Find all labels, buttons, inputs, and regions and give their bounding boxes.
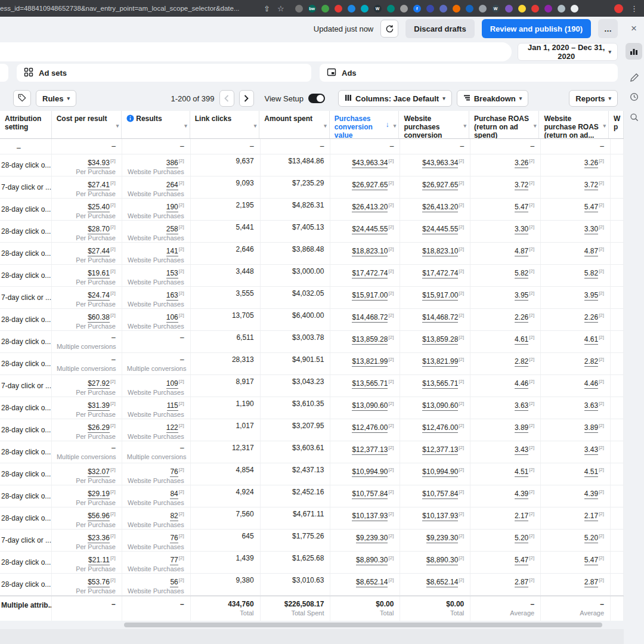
extension-icon[interactable] [439,5,447,13]
review-publish-button[interactable]: Review and publish (190) [482,19,591,38]
info-icon[interactable] [126,114,134,124]
table-row[interactable]: 7-day click or ...$24.74[2]Per Purchase1… [0,287,624,309]
column-header-attribution[interactable]: Attribution setting [0,111,52,138]
table-row[interactable]: 7-day click or ...$23.36[2]Per Purchase7… [0,530,624,552]
table-row[interactable]: ––––––––– [0,139,624,154]
zoom-icon[interactable] [626,109,642,125]
table-row[interactable]: 28-day click o...$60.38[2]Per Purchase10… [0,309,624,331]
cell-purchases_cv: $12,476.00[2] [330,419,400,441]
close-icon[interactable]: × [628,23,640,35]
table-row[interactable]: 28-day click o...$31.39[2]Per Purchase11… [0,397,624,419]
extension-icon[interactable] [518,5,526,13]
column-header-cost[interactable]: Cost per result▾ [52,111,122,138]
extension-icon[interactable]: W [492,5,500,13]
discard-drafts-button[interactable]: Discard drafts [405,19,474,38]
breakdown-button[interactable]: Breakdown ▾ [457,90,529,107]
column-header-purchase_roas[interactable]: Purchase ROAS (return on ad spend)▾ [469,111,540,138]
extension-icon[interactable] [505,5,513,13]
table-row[interactable]: 7-day click or ...$27.92[2]Per Purchase1… [0,375,624,397]
extension-icon[interactable] [361,5,369,13]
tab-ad-sets[interactable]: Ad sets [17,64,311,82]
charts-icon[interactable] [626,43,642,60]
column-header-website_purchase_roas[interactable]: Website purchase ROAS (return on ad...▾ [539,111,609,138]
table-row[interactable]: 28-day click o...$34.93[2]Per Purchase38… [0,154,624,177]
extension-icon[interactable] [453,5,460,13]
chevron-down-icon: ▾ [442,95,445,101]
extension-icon[interactable]: W [374,5,382,13]
rules-button[interactable]: Rules ▾ [36,90,76,107]
extension-icon[interactable] [426,5,434,13]
toolbar: Rules ▾ 1-200 of 399 View Setup Columns:… [0,86,624,111]
tab-ads[interactable]: Ads [320,64,618,82]
table-row[interactable]: 28-day click o...$25.40[2]Per Purchase19… [0,199,624,221]
browser-menu-icon[interactable]: ⋮ [630,5,638,13]
table-row[interactable]: 28-day click o...–Multiple conversions–6… [0,331,624,353]
cell-purchase_roas: 4.39[2] [470,485,541,507]
table-row[interactable]: 28-day click o...–Multiple conversions–M… [0,353,624,375]
sort-caret-icon[interactable]: ▾ [394,122,397,130]
table-row[interactable]: 28-day click o...$19.61[2]Per Purchase15… [0,265,624,287]
sort-caret-icon[interactable]: ▾ [603,122,606,130]
table-row[interactable]: 28-day click o...$26.29[2]Per Purchase12… [0,419,624,441]
cell-amount_spent: $7,235.29 [261,177,331,198]
column-header-purchases_cv[interactable]: Purchases conversion value↓▾ [330,111,400,138]
table-row[interactable]: 28-day click o...$32.07[2]Per Purchase76… [0,463,624,485]
extension-icon[interactable] [335,5,342,13]
search-filter-bar[interactable] [0,42,512,61]
column-header-amount_spent[interactable]: Amount spent▾ [259,111,330,138]
browser-avatar[interactable] [614,4,623,13]
extension-icon[interactable] [466,5,473,13]
column-header-website_purchases_cv[interactable]: Website purchases conversion value▾ [399,111,469,138]
refresh-button[interactable] [380,20,398,38]
table-row[interactable]: 28-day click o...$29.19[2]Per Purchase84… [0,485,624,507]
tag-button[interactable] [13,90,31,107]
extension-icon[interactable] [387,5,395,13]
bookmark-star-icon[interactable]: ☆ [277,5,284,13]
date-range-picker[interactable]: Jan 1, 2020 – Dec 31, 2020 ▾ [518,43,618,61]
sort-caret-icon[interactable]: ▾ [534,122,537,130]
extension-icon[interactable]: f [413,5,421,13]
sort-caret-icon[interactable]: ▾ [184,122,187,130]
extension-icon[interactable] [558,5,565,13]
extension-icon[interactable] [400,5,408,13]
table-row[interactable]: 28-day click o...$27.44[2]Per Purchase14… [0,243,624,265]
reports-button[interactable]: Reports ▾ [569,90,618,107]
table-row[interactable]: 28-day click o...–Multiple conversions–M… [0,441,624,463]
table-row[interactable]: 7-day click or ...$27.41[2]Per Purchase2… [0,177,624,199]
footnote-marker: [2] [459,158,464,163]
table-row[interactable]: 28-day click o...$28.70[2]Per Purchase25… [0,221,624,243]
prev-page-button[interactable] [219,90,234,107]
next-page-button[interactable] [239,90,254,107]
url-text[interactable]: ess_id=488410948652738&nav_entry_point=a… [0,5,260,12]
history-clock-icon[interactable] [626,88,642,105]
column-header-results[interactable]: Results▾ [122,111,190,138]
extension-icon[interactable]: bw [308,5,316,13]
extension-icon[interactable] [544,5,552,13]
horizontal-scrollbar[interactable] [0,621,624,629]
column-header-cut[interactable]: W p [609,111,624,138]
table-footer-row[interactable]: Multiple attrib...––434,760Total$226,508… [0,596,624,621]
columns-button[interactable]: Columns: Jace Default ▾ [338,90,452,107]
sort-desc-icon[interactable]: ↓ [385,120,389,129]
table-row[interactable]: 28-day click o...$53.76[2]Per Purchase56… [0,574,624,596]
extension-icon[interactable] [531,5,539,13]
sort-caret-icon[interactable]: ▾ [254,122,257,130]
share-icon[interactable]: ⇧ [264,5,270,13]
sort-caret-icon[interactable]: ▾ [116,122,119,130]
extension-icon[interactable] [479,5,487,13]
more-options-button[interactable]: … [598,19,618,38]
extension-icon[interactable] [321,5,329,13]
extension-icon[interactable] [571,5,578,13]
table-row[interactable]: 28-day click o...$56.96[2]Per Purchase82… [0,507,624,530]
edit-pencil-icon[interactable] [626,69,642,86]
sort-caret-icon[interactable]: ▾ [463,122,466,130]
view-setup-toggle[interactable] [308,94,325,103]
cell-link_clicks: – [191,139,261,154]
extension-icon[interactable] [295,5,303,13]
table-row[interactable]: 28-day click o...$21.11[2]Per Purchase77… [0,552,624,574]
scrollbar-thumb[interactable] [124,623,602,627]
sort-caret-icon[interactable]: ▾ [324,122,327,130]
extension-icon[interactable] [348,5,355,13]
column-header-link_clicks[interactable]: Link clicks▾ [190,111,260,138]
tab-campaigns-partial[interactable] [0,64,8,82]
